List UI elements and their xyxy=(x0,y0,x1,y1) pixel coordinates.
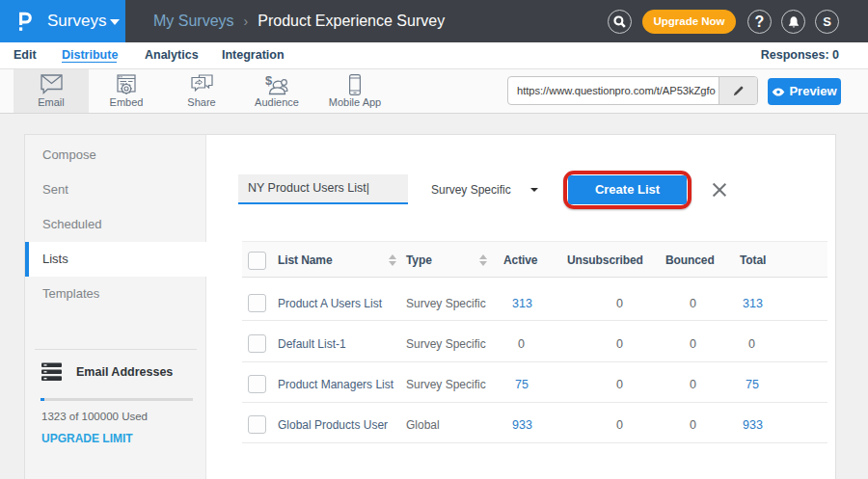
svg-text:$: $ xyxy=(265,74,273,88)
